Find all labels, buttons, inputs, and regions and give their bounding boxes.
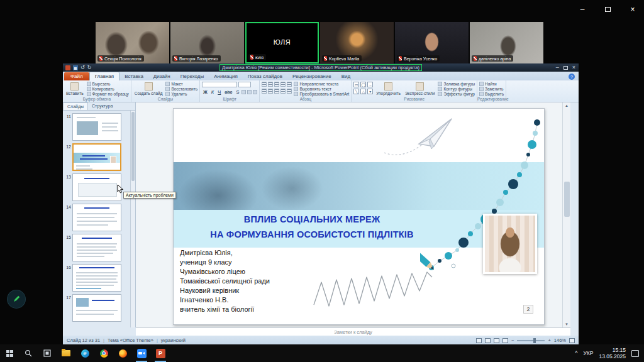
notification-center-icon[interactable] — [631, 350, 639, 357]
align-right-icon[interactable] — [274, 89, 279, 94]
align-left-icon[interactable] — [262, 89, 267, 94]
undo-icon[interactable]: ↺ — [80, 65, 85, 71]
slide-thumbnail-row-selected[interactable]: 12 — [63, 143, 134, 171]
editor-scrollbar[interactable]: ▲ ▼ — [562, 102, 570, 327]
notes-pane[interactable]: Заметки к слайду — [136, 327, 570, 336]
slide-thumbnail[interactable] — [72, 234, 121, 261]
slide-thumbnail-row[interactable]: 11 — [63, 113, 134, 141]
redo-icon[interactable]: ↻ — [87, 65, 92, 71]
numbering-icon[interactable] — [268, 82, 273, 87]
tab-outline[interactable]: Структура — [88, 102, 116, 110]
normal-view-icon[interactable] — [476, 338, 482, 343]
slide-thumbnail[interactable] — [72, 204, 121, 231]
task-view-button[interactable] — [39, 344, 55, 362]
replace-button[interactable]: Заменить — [479, 87, 504, 91]
language-indicator[interactable]: УКР — [583, 350, 593, 356]
chrome-button[interactable] — [96, 344, 112, 362]
justify-icon[interactable] — [280, 89, 286, 94]
align-text-button[interactable]: Выровнять текст — [294, 87, 349, 91]
tab-transitions[interactable]: Переходы — [175, 72, 209, 80]
zoom-percentage[interactable]: 146% — [554, 337, 566, 343]
edge-button[interactable]: e — [77, 344, 93, 362]
participant-tile[interactable]: Секція Психологія — [96, 22, 169, 63]
convert-smartart-button[interactable]: Преобразовать в SmartArt — [294, 92, 349, 96]
slide-sorter-icon[interactable] — [485, 338, 491, 343]
delete-button[interactable]: Удалить — [165, 92, 197, 96]
tab-animations[interactable]: Анимация — [209, 72, 243, 80]
arrange-button[interactable]: Упорядочить — [375, 82, 402, 96]
zoom-out-icon[interactable]: − — [511, 337, 514, 343]
fit-to-window-icon[interactable] — [569, 338, 575, 343]
slide-title[interactable]: ВПЛИВ СОЦІАЛЬНИХ МЕРЕЖ НА ФОРМУВАННЯ ОСО… — [174, 212, 450, 242]
underline-button[interactable]: Ч — [216, 89, 222, 95]
columns-icon[interactable] — [287, 89, 292, 94]
shape-line-icon[interactable]: ╲ — [353, 89, 359, 94]
tab-insert[interactable]: Вставка — [119, 72, 148, 80]
tab-home[interactable]: Главная — [89, 72, 119, 80]
tab-slides[interactable]: Слайды — [63, 102, 88, 110]
participant-tile[interactable]: даніленко аріна — [470, 22, 543, 63]
file-explorer-button[interactable] — [58, 344, 74, 362]
help-icon[interactable]: ? — [569, 74, 575, 80]
zoom-app-button[interactable] — [133, 344, 150, 362]
line-spacing-icon[interactable] — [287, 82, 292, 87]
shape-circle-icon[interactable]: ◯ — [360, 82, 366, 87]
font-size-box[interactable] — [238, 82, 251, 87]
zoom-in-icon[interactable]: + — [548, 337, 550, 343]
cut-button[interactable]: Вырезать — [87, 82, 129, 86]
reading-view-icon[interactable] — [494, 338, 499, 343]
annotation-pencil-button[interactable] — [8, 290, 25, 308]
slide-thumbnail[interactable] — [72, 294, 121, 322]
start-button[interactable] — [1, 344, 18, 362]
slide-thumbnail-row[interactable]: 14 — [63, 204, 134, 231]
search-button[interactable] — [20, 344, 36, 362]
slide-photo[interactable] — [483, 214, 537, 274]
font-color-icon[interactable] — [253, 90, 257, 94]
select-button[interactable]: Выделить — [479, 92, 504, 96]
shape-rectangle-icon[interactable]: ▭ — [353, 82, 359, 87]
close-icon[interactable]: × — [625, 3, 640, 16]
slide-thumbnail[interactable] — [72, 143, 121, 171]
decrease-indent-icon[interactable] — [274, 82, 279, 87]
character-spacing-icon[interactable] — [242, 90, 246, 94]
layout-button[interactable]: Макет — [165, 82, 197, 86]
shape-effects-button[interactable]: Эффекты фигур — [438, 92, 475, 96]
find-button[interactable]: Найти — [479, 82, 504, 86]
ppt-restore-icon[interactable] — [564, 66, 568, 70]
proofing-language[interactable]: украинский — [161, 337, 186, 343]
shapes-more-icon[interactable]: ▾ — [367, 89, 373, 94]
format-painter-button[interactable]: Формат по образцу — [87, 92, 129, 96]
bullets-icon[interactable] — [262, 82, 267, 87]
zoom-slider-thumb[interactable] — [533, 338, 536, 343]
save-icon[interactable] — [73, 65, 78, 70]
slide-thumbnail[interactable] — [72, 173, 121, 201]
minimize-icon[interactable]: – — [575, 3, 590, 16]
scrollbar-thumb[interactable] — [564, 182, 570, 217]
restore-icon[interactable] — [600, 3, 615, 16]
slide-canvas[interactable]: ВПЛИВ СОЦІАЛЬНИХ МЕРЕЖ НА ФОРМУВАННЯ ОСО… — [173, 108, 545, 325]
quick-styles-button[interactable]: Экспресс-стили — [404, 82, 436, 96]
slide-thumbnail-row[interactable]: 17 — [63, 294, 134, 322]
tab-design[interactable]: Дизайн — [148, 72, 175, 80]
hidden-icons-chevron[interactable]: ^ — [575, 350, 577, 356]
tab-view[interactable]: Вид — [336, 72, 355, 80]
slide-thumbnail-row[interactable]: 16 — [63, 264, 134, 292]
slideshow-icon[interactable] — [502, 338, 508, 343]
reset-button[interactable]: Восстановить — [165, 87, 197, 91]
scroll-up-icon[interactable]: ▲ — [565, 104, 569, 107]
slide-author-block[interactable]: Дмитрієва Юлія, учениця 9 класу Чумаківс… — [180, 248, 270, 314]
change-case-icon[interactable] — [247, 90, 252, 94]
text-direction-button[interactable]: Направление текста — [294, 82, 349, 86]
scroll-down-icon[interactable]: ▼ — [565, 322, 569, 326]
panel-scrollbar[interactable] — [130, 111, 135, 327]
slide-thumbnail-row[interactable]: 15 — [63, 234, 134, 261]
align-center-icon[interactable] — [268, 89, 273, 94]
ppt-minimize-icon[interactable]: – — [556, 65, 559, 70]
slide-thumbnail[interactable] — [72, 264, 121, 292]
increase-indent-icon[interactable] — [280, 82, 286, 87]
bold-button[interactable]: Ж — [202, 89, 209, 95]
shape-triangle-icon[interactable]: △ — [360, 89, 366, 94]
slide-thumbnail[interactable] — [72, 113, 121, 141]
ppt-close-icon[interactable]: × — [572, 65, 575, 70]
taskbar-clock[interactable]: 15:15 13.05.2025 — [599, 347, 626, 359]
